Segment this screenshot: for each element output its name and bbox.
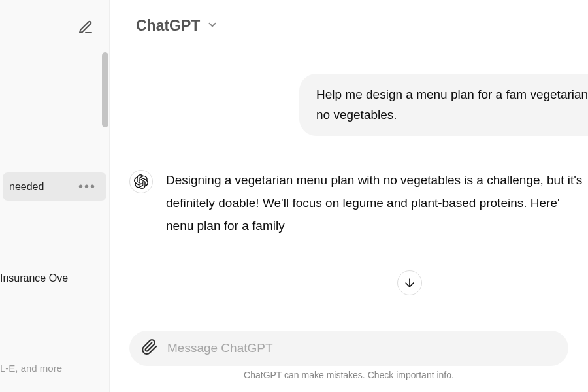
composer[interactable] [129,331,568,366]
sidebar-scrollbar[interactable] [102,52,108,307]
page-title: ChatGPT [136,17,200,35]
sidebar-footer: L-E, and more [0,356,109,392]
item-menu-icon[interactable]: ••• [78,179,100,194]
composer-wrap: ChatGPT can make mistakes. Check importa… [110,331,588,392]
assistant-message: Designing a vegetarian menu plan with no… [166,169,588,237]
user-message: Help me design a menu plan for a fam veg… [299,74,588,136]
sidebar-item-label: Insurance Ove [0,272,68,284]
sidebar-items: needed ••• Insurance Ove [0,172,109,356]
arrow-down-icon [403,276,416,289]
chevron-down-icon[interactable] [206,19,218,33]
main: ChatGPT Help me design a menu plan for a… [110,0,588,392]
disclaimer: ChatGPT can make mistakes. Check importa… [129,366,568,387]
scroll-down-button[interactable] [397,270,422,295]
sidebar-item-needed[interactable]: needed ••• [3,172,106,201]
composer-input[interactable] [167,341,557,355]
scrollbar-thumb[interactable] [102,52,108,127]
sidebar-top [0,0,109,42]
header[interactable]: ChatGPT [110,0,588,41]
assistant-row: Designing a vegetarian menu plan with no… [110,136,588,237]
attach-icon[interactable] [141,338,158,358]
assistant-avatar [129,170,153,193]
chat-area: Help me design a menu plan for a fam veg… [110,41,588,331]
new-chat-icon[interactable] [78,20,93,35]
sidebar-item-label: needed [9,181,44,193]
sidebar: needed ••• Insurance Ove L-E, and more [0,0,110,392]
sidebar-item-insurance[interactable]: Insurance Ove [0,266,109,291]
openai-icon [134,174,148,189]
